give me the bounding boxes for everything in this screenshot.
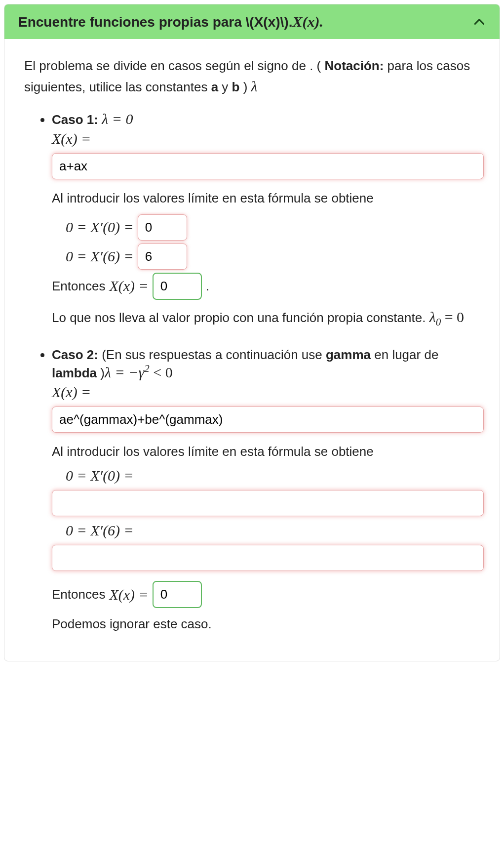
cond-b: < 0	[150, 364, 173, 380]
dot: .	[206, 279, 209, 294]
case2-text: Al introducir los valores límite en esta…	[52, 443, 484, 460]
entonces-label: Entonces	[52, 279, 105, 294]
case-label: Caso 1:	[52, 112, 98, 127]
case-label: Caso 2:	[52, 347, 98, 362]
case-1: Caso 1: λ = 0 X(x) = Al introducir los v…	[52, 111, 484, 329]
gamma-word: gamma	[326, 347, 371, 362]
case2-eq1-input[interactable]	[52, 490, 484, 516]
case2-eq-row-1: 0 = X′(0) =	[52, 467, 484, 484]
lambda-word: lambda	[52, 366, 97, 380]
case2-eq-row-2: 0 = X′(6) =	[52, 522, 484, 539]
case1-entonces-row: EntoncesX(x) = .	[52, 273, 484, 300]
case1-text: Al introducir los valores límite en esta…	[52, 189, 484, 207]
entonces-math: X(x) =	[109, 586, 148, 603]
case2-entonces-row: EntoncesX(x) =	[52, 581, 484, 608]
lambda-sub: 0	[436, 316, 441, 328]
case1-eq2-input[interactable]	[138, 244, 187, 270]
case-condition: λ = 0	[102, 111, 133, 127]
case2-eq2-input[interactable]	[52, 545, 484, 571]
entonces-label: Entonces	[52, 587, 105, 602]
eq-zero: = 0	[441, 309, 464, 325]
intro-text: El problema se divide en casos según el …	[24, 57, 484, 97]
case2-conclusion: Podemos ignorar este caso.	[52, 615, 484, 633]
lambda-symbol: λ	[251, 78, 258, 94]
intro-segment: )	[239, 80, 251, 94]
title-math: X(x).	[292, 13, 323, 30]
x-of-x: X(x) =	[52, 384, 91, 400]
note-seg: en lugar de	[371, 347, 438, 362]
case2-xx-input[interactable]	[52, 407, 484, 433]
case1-xx-input[interactable]	[52, 153, 484, 179]
intro-segment: El problema se divide en casos según el …	[24, 58, 324, 73]
intro-segment: y	[218, 80, 232, 94]
case1-eq-row-1: 0 = X′(0) =	[52, 214, 484, 241]
eq-lhs: 0 = X′(0) =	[66, 219, 134, 236]
note-seg: (En sus respuestas a continuación use	[98, 347, 326, 362]
eq-lhs: 0 = X′(6) =	[66, 522, 134, 539]
section-title: Encuentre funciones propias para \(X(x)\…	[18, 13, 323, 30]
case1-eq-row-2: 0 = X′(6) =	[52, 244, 484, 270]
case1-eq1-input[interactable]	[138, 214, 187, 241]
cond-a: λ = −γ	[105, 364, 144, 380]
case1-entonces-input[interactable]	[153, 273, 202, 300]
section-header[interactable]: Encuentre funciones propias para \(X(x)\…	[4, 4, 500, 39]
text-seg: Lo que nos lleva al valor propio con una…	[52, 310, 429, 325]
intro-bold: Notación:	[324, 58, 384, 73]
eq-lhs: 0 = X′(0) =	[66, 467, 134, 484]
eq-lhs: 0 = X′(6) =	[66, 248, 134, 265]
case1-conclusion: Lo que nos lleva al valor propio con una…	[52, 307, 484, 329]
case-2: Caso 2: (En sus respuestas a continuació…	[52, 347, 484, 633]
entonces-math: X(x) =	[109, 278, 148, 294]
note-seg: )	[97, 366, 105, 380]
case2-entonces-input[interactable]	[153, 581, 202, 608]
title-prefix: Encuentre funciones propias para \(X(x)\…	[18, 14, 292, 30]
lambda-sym: λ	[429, 309, 436, 325]
x-of-x: X(x) =	[52, 130, 91, 147]
cond-exp: 2	[144, 363, 150, 374]
const-b: b	[232, 80, 240, 94]
section-body: El problema se divide en casos según el …	[4, 39, 500, 661]
chevron-up-icon[interactable]	[473, 15, 486, 28]
const-a: a	[211, 80, 218, 94]
